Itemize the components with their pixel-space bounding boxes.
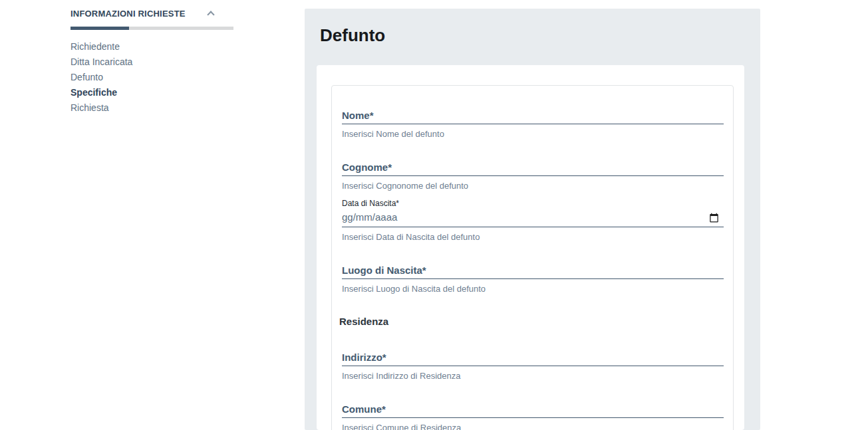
field-label: Luogo di Nascita*	[342, 265, 724, 276]
sidebar-title: INFORMAZIONI RICHIESTE	[71, 9, 186, 19]
data-di-nascita-input[interactable]: gg/mm/aaaa	[342, 212, 724, 223]
field-label: Nome*	[342, 110, 724, 122]
field-label: Data di Nascita*	[342, 199, 724, 208]
field-helper: Inserisci Luogo di Nascita del defunto	[342, 284, 724, 294]
nome-input[interactable]	[342, 124, 724, 124]
chevron-up-icon[interactable]	[207, 11, 214, 18]
sidebar-item-ditta-incaricata[interactable]: Ditta Incaricata	[71, 54, 233, 70]
progress-bar	[71, 27, 233, 30]
page-title: Defunto	[320, 26, 760, 46]
sidebar-item-richiedente[interactable]: Richiedente	[71, 39, 233, 54]
sidebar-item-defunto[interactable]: Defunto	[71, 70, 233, 85]
field-label: Indirizzo*	[342, 352, 724, 364]
sidebar-item-specifiche[interactable]: Specifiche	[71, 85, 233, 100]
residenza-section-heading: Residenza	[339, 316, 724, 327]
luogo-di-nascita-input[interactable]	[342, 278, 724, 279]
field-helper: Inserisci Comune di Residenza	[342, 423, 724, 430]
form-card: Nome* Inserisci Nome del defunto Cognome…	[317, 65, 744, 430]
step-nav: Richiedente Ditta Incaricata Defunto Spe…	[71, 39, 233, 116]
comune-input[interactable]	[342, 417, 724, 418]
content-panel: Defunto Nome* Inserisci Nome del defunto…	[305, 9, 760, 430]
sidebar-item-richiesta[interactable]: Richiesta	[71, 100, 233, 116]
page: INFORMAZIONI RICHIESTE Richiedente Ditta…	[0, 0, 868, 430]
field-helper: Inserisci Nome del defunto	[342, 129, 724, 139]
cognome-input[interactable]	[342, 175, 724, 176]
field-label: Cognome*	[342, 161, 724, 173]
text-field-luogo-di-nascita[interactable]: Luogo di Nascita* Inserisci Luogo di Nas…	[342, 265, 724, 294]
date-field-data-di-nascita[interactable]: Data di Nascita* gg/mm/aaaa Inserisci Da…	[342, 199, 724, 242]
sidebar-header[interactable]: INFORMAZIONI RICHIESTE	[71, 9, 233, 19]
progress-fill	[71, 27, 129, 30]
field-helper: Inserisci Indirizzo di Residenza	[342, 371, 724, 381]
date-underline	[342, 227, 724, 227]
text-field-cognome[interactable]: Cognome* Inserisci Cognonome del defunto	[342, 161, 724, 191]
text-field-comune[interactable]: Comune* Inserisci Comune di Residenza	[342, 403, 724, 430]
indirizzo-input[interactable]	[342, 366, 724, 366]
field-helper: Inserisci Cognonome del defunto	[342, 181, 724, 191]
field-helper: Inserisci Data di Nascita del defunto	[342, 232, 724, 242]
calendar-icon[interactable]	[709, 213, 719, 223]
wizard-sidebar: INFORMAZIONI RICHIESTE Richiedente Ditta…	[71, 9, 233, 116]
text-field-indirizzo[interactable]: Indirizzo* Inserisci Indirizzo di Reside…	[342, 352, 724, 381]
text-field-nome[interactable]: Nome* Inserisci Nome del defunto	[342, 110, 724, 139]
field-label: Comune*	[342, 403, 724, 415]
date-placeholder: gg/mm/aaaa	[342, 212, 397, 223]
fieldset-box: Nome* Inserisci Nome del defunto Cognome…	[331, 85, 734, 430]
